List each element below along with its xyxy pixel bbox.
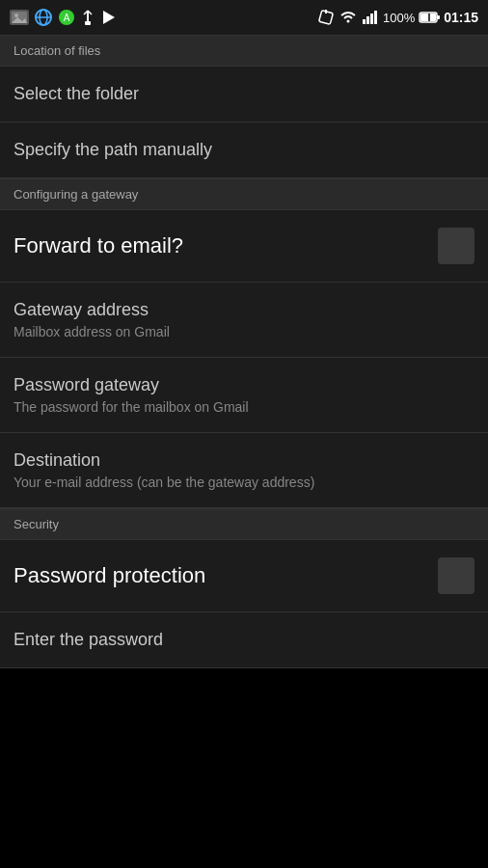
destination-item[interactable]: Destination Your e-mail address (can be … — [0, 433, 488, 508]
globe-icon — [35, 9, 52, 26]
svg-rect-18 — [370, 14, 373, 24]
gateway-address-item[interactable]: Gateway address Mailbox address on Gmail — [0, 283, 488, 358]
svg-rect-19 — [374, 11, 377, 24]
main-content: Location of files Select the folder Spec… — [0, 35, 488, 868]
gateway-address-label: Gateway address — [14, 300, 474, 320]
signal-icon — [362, 10, 379, 25]
section-header-security: Security — [0, 508, 488, 540]
password-gateway-label: Password gateway — [14, 375, 474, 395]
forward-to-email-label: Forward to email? — [14, 233, 438, 258]
forward-to-email-checkbox[interactable] — [438, 228, 474, 264]
forward-to-email-item[interactable]: Forward to email? — [0, 210, 488, 283]
android-icon: A — [58, 9, 75, 26]
svg-rect-22 — [437, 15, 440, 19]
destination-subtitle: Your e-mail address (can be the gateway … — [14, 475, 474, 490]
image-icon — [10, 10, 29, 25]
section-header-gateway: Configuring a gateway — [0, 178, 488, 210]
password-gateway-item[interactable]: Password gateway The password for the ma… — [0, 358, 488, 433]
password-protection-item[interactable]: Password protection — [0, 540, 488, 612]
section-header-location: Location of files — [0, 35, 488, 67]
rotate-icon — [317, 9, 335, 26]
svg-rect-17 — [366, 16, 369, 24]
status-bar: A 100% — [0, 0, 488, 35]
battery-icon — [419, 11, 440, 24]
svg-point-2 — [14, 14, 18, 17]
play-icon — [100, 10, 116, 25]
svg-rect-21 — [420, 14, 436, 21]
usb-icon — [81, 9, 95, 26]
svg-marker-13 — [103, 11, 115, 24]
specify-path-item[interactable]: Specify the path manually — [0, 122, 488, 178]
battery-percent: 100% — [383, 11, 415, 25]
password-protection-label: Password protection — [14, 563, 438, 588]
gateway-address-subtitle: Mailbox address on Gmail — [14, 324, 474, 339]
status-icons-left: A — [10, 9, 116, 26]
status-icons-right: 100% 01:15 — [317, 9, 478, 26]
enter-password-label: Enter the password — [14, 630, 474, 650]
select-folder-item[interactable]: Select the folder — [0, 67, 488, 122]
svg-rect-12 — [85, 21, 91, 25]
select-folder-label: Select the folder — [14, 84, 474, 104]
svg-text:A: A — [64, 13, 70, 23]
svg-rect-16 — [363, 19, 366, 24]
status-time: 01:15 — [444, 10, 478, 25]
password-protection-checkbox[interactable] — [438, 557, 474, 594]
wifi-icon — [339, 10, 358, 25]
password-gateway-subtitle: The password for the mailbox on Gmail — [14, 399, 474, 415]
specify-path-label: Specify the path manually — [14, 140, 474, 160]
destination-label: Destination — [14, 450, 474, 471]
enter-password-item[interactable]: Enter the password — [0, 612, 488, 668]
